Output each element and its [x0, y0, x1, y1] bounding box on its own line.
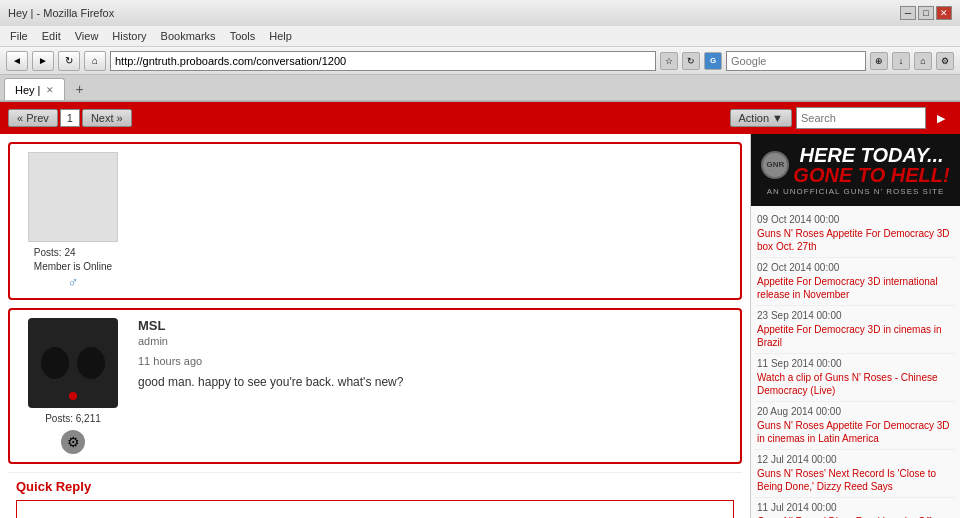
news-item-0: 09 Oct 2014 00:00 Guns N' Roses Appetite… — [755, 210, 956, 258]
page-search-input[interactable] — [796, 107, 926, 129]
home-button[interactable]: ⌂ — [84, 51, 106, 71]
news-date-2: 23 Sep 2014 00:00 — [757, 310, 954, 321]
browser-search-input[interactable] — [726, 51, 866, 71]
post-1-postcount: Posts: 24 — [34, 246, 112, 260]
news-item-3: 11 Sep 2014 00:00 Watch a clip of Guns N… — [755, 354, 956, 402]
refresh-icon[interactable]: ↻ — [682, 52, 700, 70]
post-2-avatar-area: Posts: 6,211 ⚙ — [18, 318, 128, 454]
tab-label: Hey | — [15, 84, 40, 96]
settings-icon[interactable]: ⚙ — [936, 52, 954, 70]
content-area: Posts: 24 Member is Online ♂ — [0, 134, 960, 518]
reply-textarea[interactable] — [16, 500, 734, 518]
search-go-button[interactable]: ▶ — [930, 107, 952, 129]
news-date-4: 20 Aug 2014 00:00 — [757, 406, 954, 417]
post-2-avatar — [28, 318, 118, 408]
window-controls: ─ □ ✕ — [900, 6, 952, 20]
circle-right — [77, 347, 105, 379]
back-button[interactable]: ◄ — [6, 51, 28, 71]
banner-subtitle-text: AN UNOFFICIAL GUNS N' ROSES SITE — [761, 187, 949, 196]
download-icon[interactable]: ↓ — [892, 52, 910, 70]
news-item-5: 12 Jul 2014 00:00 Guns N' Roses' Next Re… — [755, 450, 956, 498]
quick-reply-section: Quick Reply — [8, 472, 742, 518]
post-1-content — [138, 152, 732, 290]
tab-hey[interactable]: Hey | ✕ — [4, 78, 65, 100]
close-button[interactable]: ✕ — [936, 6, 952, 20]
reload-button[interactable]: ↻ — [58, 51, 80, 71]
maximize-button[interactable]: □ — [918, 6, 934, 20]
new-tab-button[interactable]: + — [67, 78, 91, 100]
news-item-2: 23 Sep 2014 00:00 Appetite For Democracy… — [755, 306, 956, 354]
news-item-6: 11 Jul 2014 00:00 Guns N' Roses' Dizzy R… — [755, 498, 956, 518]
red-dot — [69, 392, 77, 400]
quick-reply-title: Quick Reply — [16, 479, 734, 494]
gnr-logo-icon: GNR — [761, 151, 789, 179]
menu-view[interactable]: View — [69, 28, 105, 44]
google-icon: G — [704, 52, 722, 70]
post-1-avatar-area: Posts: 24 Member is Online ♂ — [18, 152, 128, 290]
toolbar: ◄ ► ↻ ⌂ ☆ ↻ G ⊕ ↓ ⌂ ⚙ — [0, 47, 960, 75]
post-2-badge: ⚙ — [61, 430, 85, 454]
post-2-timestamp: 11 hours ago — [138, 355, 732, 367]
menu-tools[interactable]: Tools — [224, 28, 262, 44]
banner-text-block: HERE TODAY... GONE TO HELL! — [793, 145, 949, 185]
gender-icon: ♂ — [68, 274, 79, 290]
bookmark-icon[interactable]: ⊕ — [870, 52, 888, 70]
news-link-5[interactable]: Guns N' Roses' Next Record Is 'Close to … — [757, 467, 954, 493]
post-2-username: MSL — [138, 318, 732, 333]
news-date-5: 12 Jul 2014 00:00 — [757, 454, 954, 465]
news-link-4[interactable]: Guns N' Roses Appetite For Democracy 3D … — [757, 419, 954, 445]
sidebar: GNR HERE TODAY... GONE TO HELL! AN UNOFF… — [750, 134, 960, 518]
pagination: « Prev 1 Next » — [8, 109, 132, 127]
menu-bar: File Edit View History Bookmarks Tools H… — [0, 26, 960, 47]
menu-history[interactable]: History — [106, 28, 152, 44]
sidebar-banner: GNR HERE TODAY... GONE TO HELL! AN UNOFF… — [751, 134, 960, 206]
menu-edit[interactable]: Edit — [36, 28, 67, 44]
action-button[interactable]: Action ▼ — [730, 109, 792, 127]
tab-bar: Hey | ✕ + — [0, 75, 960, 101]
news-link-2[interactable]: Appetite For Democracy 3D in cinemas in … — [757, 323, 954, 349]
post-2-content: MSL admin 11 hours ago good man. happy t… — [138, 318, 732, 454]
banner-logo-row: GNR HERE TODAY... GONE TO HELL! — [761, 145, 949, 185]
tab-close-icon[interactable]: ✕ — [46, 85, 54, 95]
news-date-0: 09 Oct 2014 00:00 — [757, 214, 954, 225]
window-title: Hey | - Mozilla Firefox — [8, 7, 114, 19]
news-date-1: 02 Oct 2014 00:00 — [757, 262, 954, 273]
prev-button[interactable]: « Prev — [8, 109, 58, 127]
page-number: 1 — [60, 109, 80, 127]
action-area: Action ▼ ▶ — [730, 107, 952, 129]
title-bar: Hey | - Mozilla Firefox ─ □ ✕ — [0, 0, 960, 26]
news-item-1: 02 Oct 2014 00:00 Appetite For Democracy… — [755, 258, 956, 306]
page-content: « Prev 1 Next » Action ▼ ▶ Posts: 24 Me — [0, 102, 960, 518]
banner-here-text: HERE TODAY... — [793, 145, 949, 165]
post-2-info: Posts: 6,211 — [45, 412, 101, 426]
post-box-2: Posts: 6,211 ⚙ MSL admin 11 hours ago go… — [8, 308, 742, 464]
badge-icon: ⚙ — [61, 430, 85, 454]
news-list: 09 Oct 2014 00:00 Guns N' Roses Appetite… — [751, 206, 960, 518]
post-1-status: Member is Online — [34, 260, 112, 274]
home-icon[interactable]: ⌂ — [914, 52, 932, 70]
news-link-1[interactable]: Appetite For Democracy 3D international … — [757, 275, 954, 301]
news-link-0[interactable]: Guns N' Roses Appetite For Democracy 3D … — [757, 227, 954, 253]
news-date-3: 11 Sep 2014 00:00 — [757, 358, 954, 369]
conversation-panel: Posts: 24 Member is Online ♂ — [0, 134, 750, 518]
address-bar[interactable] — [110, 51, 656, 71]
post-1-info: Posts: 24 Member is Online — [34, 246, 112, 274]
star-icon[interactable]: ☆ — [660, 52, 678, 70]
post-1-avatar — [28, 152, 118, 242]
post-2-text: good man. happy to see you're back. what… — [138, 373, 732, 391]
news-link-3[interactable]: Watch a clip of Guns N' Roses - Chinese … — [757, 371, 954, 397]
post-box-1: Posts: 24 Member is Online ♂ — [8, 142, 742, 300]
banner-gone-text: GONE TO HELL! — [793, 165, 949, 185]
forward-button[interactable]: ► — [32, 51, 54, 71]
menu-bookmarks[interactable]: Bookmarks — [155, 28, 222, 44]
menu-help[interactable]: Help — [263, 28, 298, 44]
post-2-postcount: Posts: 6,211 — [45, 412, 101, 426]
action-arrow-icon: ▼ — [772, 112, 783, 124]
next-button[interactable]: Next » — [82, 109, 132, 127]
minimize-button[interactable]: ─ — [900, 6, 916, 20]
page-header: « Prev 1 Next » Action ▼ ▶ — [0, 102, 960, 134]
news-item-4: 20 Aug 2014 00:00 Guns N' Roses Appetite… — [755, 402, 956, 450]
post-2-role: admin — [138, 335, 732, 347]
action-label: Action — [739, 112, 770, 124]
menu-file[interactable]: File — [4, 28, 34, 44]
